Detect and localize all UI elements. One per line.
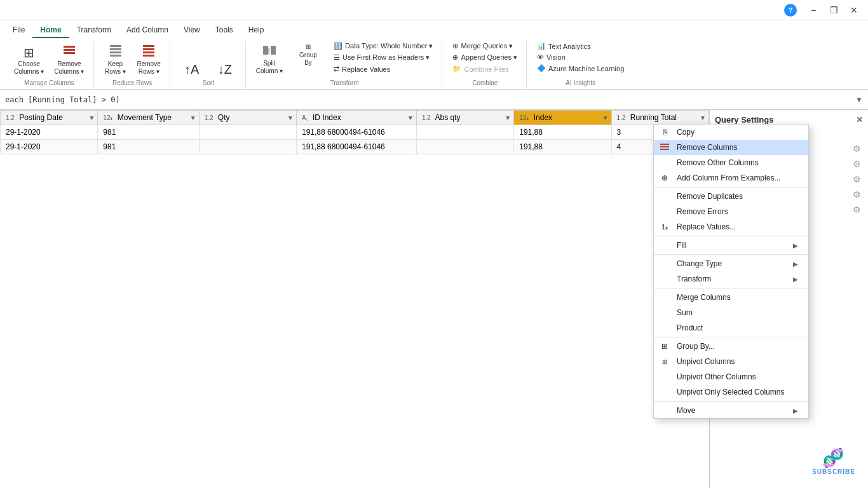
- keep-rows-button[interactable]: KeepRows ▾: [100, 41, 131, 78]
- col-header-posting-date[interactable]: 1.2 Posting Date ▼: [1, 111, 98, 125]
- title-bar: ? − ❐ ✕: [0, 0, 868, 20]
- ai-items: 📊 Text Analytics 👁 Vision 🔷 Azure Machin…: [533, 41, 628, 74]
- svg-rect-15: [660, 146, 669, 147]
- context-menu-fill[interactable]: Fill ▶: [654, 238, 808, 253]
- formula-expand-button[interactable]: ▼: [855, 95, 863, 104]
- context-menu-unpivot-selected[interactable]: Unpivot Only Selected Columns: [654, 384, 808, 400]
- tab-transform[interactable]: Transform: [69, 23, 119, 38]
- replace-values-button[interactable]: ⇄ Replace Values: [330, 64, 437, 74]
- gear-icon-2[interactable]: ⚙: [850, 158, 863, 170]
- choose-columns-button[interactable]: ⊞ ChooseColumns ▾: [10, 44, 48, 78]
- col-filter-qty[interactable]: ▼: [287, 114, 294, 121]
- context-menu-copy[interactable]: ⎘ Copy: [654, 125, 808, 140]
- sort-asc-icon: ↑A: [184, 63, 199, 76]
- context-menu-change-type[interactable]: Change Type ▶: [654, 256, 808, 271]
- ribbon-group-manage-columns-items: ⊞ ChooseColumns ▾ RemoveColumns ▾: [10, 41, 88, 78]
- cell-id-index-1: 191,88 68000494-61046: [296, 125, 416, 140]
- context-menu-add-column-examples[interactable]: ⊕ Add Column From Examples...: [654, 170, 808, 186]
- data-type-button[interactable]: 🔢 Data Type: Whole Number ▾: [330, 41, 437, 51]
- context-menu-replace-values-label: Replace Values...: [677, 222, 736, 231]
- choose-columns-label: ChooseColumns ▾: [14, 60, 44, 76]
- context-menu-sum[interactable]: Sum: [654, 305, 808, 320]
- context-menu-merge-columns[interactable]: Merge Columns: [654, 290, 808, 305]
- tab-view[interactable]: View: [176, 23, 208, 38]
- context-menu-remove-errors[interactable]: Remove Errors: [654, 204, 808, 219]
- remove-columns-button[interactable]: RemoveColumns ▾: [50, 41, 88, 78]
- tab-home[interactable]: Home: [32, 23, 69, 38]
- remove-columns-icon: [62, 43, 76, 59]
- use-first-row-button[interactable]: ☰ Use First Row as Headers ▾: [330, 52, 437, 63]
- col-header-qty[interactable]: 1.2 Qty ▼: [199, 111, 296, 125]
- sort-asc-button[interactable]: ↑A: [177, 60, 207, 78]
- col-header-running-total[interactable]: 1.2 Running Total ▼: [611, 111, 709, 125]
- context-menu-remove-duplicates[interactable]: Remove Duplicates: [654, 189, 808, 204]
- tab-tools[interactable]: Tools: [208, 23, 241, 38]
- svg-rect-9: [143, 51, 154, 53]
- svg-rect-2: [64, 52, 75, 54]
- col-header-movement-type[interactable]: 12₃ Movement Type ▼: [98, 111, 199, 125]
- col-filter-movement-type[interactable]: ▼: [190, 114, 196, 121]
- combine-files-button[interactable]: 📁 Combine Files: [449, 64, 521, 74]
- add-column-icon: ⊕: [659, 172, 670, 184]
- sort-desc-button[interactable]: ↓Z: [210, 60, 240, 78]
- tab-file[interactable]: File: [5, 23, 32, 38]
- tab-help[interactable]: Help: [241, 23, 272, 38]
- col-filter-id-index[interactable]: ▼: [407, 114, 414, 121]
- minimize-button[interactable]: −: [804, 3, 822, 18]
- context-menu-product[interactable]: Product: [654, 320, 808, 336]
- move-submenu-arrow: ▶: [793, 407, 798, 414]
- context-menu-unpivot-columns[interactable]: ⊞ Unpivot Columns: [654, 354, 808, 369]
- gear-icon-3[interactable]: ⚙: [850, 173, 863, 186]
- context-menu-unpivot-other-label: Unpivot Other Columns: [677, 372, 756, 381]
- group-by-button[interactable]: ⊞ GroupBy: [292, 41, 325, 69]
- context-menu-remove-columns[interactable]: Remove Columns: [654, 140, 808, 155]
- subscribe-label: SUBSCRIBE: [812, 468, 855, 475]
- gear-icon-4[interactable]: ⚙: [850, 188, 863, 201]
- gear-icon-1[interactable]: ⚙: [850, 142, 863, 155]
- context-menu-transform[interactable]: Transform ▶: [654, 271, 808, 287]
- text-analytics-button[interactable]: 📊 Text Analytics: [533, 41, 628, 51]
- split-column-icon: |: [262, 43, 276, 58]
- help-button[interactable]: ?: [784, 4, 797, 17]
- context-menu-replace-values[interactable]: 1₂ Replace Values...: [654, 219, 808, 234]
- col-filter-posting-date[interactable]: ▼: [88, 114, 95, 121]
- replace-values-icon: ⇄: [334, 65, 339, 73]
- formula-text: each [Running Total] > 0): [5, 95, 120, 104]
- tab-add-column[interactable]: Add Column: [119, 23, 176, 38]
- context-menu-sep6: [654, 401, 808, 402]
- remove-columns-context-icon: [659, 142, 670, 153]
- svg-text:|: |: [268, 47, 270, 54]
- vision-label: Vision: [546, 53, 566, 61]
- col-filter-abs-qty[interactable]: ▼: [505, 114, 511, 121]
- merge-queries-button[interactable]: ⊕ Merge Queries ▾: [449, 41, 521, 51]
- col-type-movement-type: 12₃: [103, 114, 112, 121]
- use-first-row-label: Use First Row as Headers ▾: [342, 53, 430, 62]
- vision-button[interactable]: 👁 Vision: [533, 52, 628, 62]
- restore-button[interactable]: ❐: [825, 3, 843, 18]
- copy-icon: ⎘: [659, 126, 670, 138]
- col-header-id-index[interactable]: A꜀ ID Index ▼: [296, 111, 416, 125]
- append-queries-button[interactable]: ⊕ Append Queries ▾: [449, 52, 521, 63]
- col-header-index[interactable]: 12₃ Index ▼: [514, 111, 611, 125]
- context-menu-sep5: [654, 337, 808, 337]
- context-menu-remove-other-columns-label: Remove Other Columns: [677, 158, 759, 167]
- col-filter-running-total[interactable]: ▼: [700, 114, 706, 121]
- col-header-abs-qty[interactable]: 1.2 Abs qty ▼: [416, 111, 513, 125]
- close-button[interactable]: ✕: [845, 3, 863, 18]
- context-menu-sep3: [654, 254, 808, 255]
- transform-large2: ⊞ GroupBy: [292, 41, 325, 78]
- transform-items: | SplitColumn ▾ ⊞ GroupBy 🔢 Data Type: W…: [252, 41, 437, 78]
- split-column-button[interactable]: | SplitColumn ▾: [252, 41, 287, 78]
- context-menu-group-by[interactable]: ⊞ Group By...: [654, 339, 808, 354]
- azure-ml-button[interactable]: 🔷 Azure Machine Learning: [533, 63, 628, 74]
- remove-rows-button[interactable]: RemoveRows ▾: [133, 41, 165, 78]
- merge-queries-icon: ⊕: [452, 42, 458, 50]
- query-settings-close-button[interactable]: ✕: [856, 115, 863, 125]
- gear-icon-5[interactable]: ⚙: [850, 203, 863, 216]
- context-menu-move[interactable]: Move ▶: [654, 403, 808, 418]
- col-filter-index[interactable]: ▼: [602, 114, 609, 121]
- context-menu-unpivot-other[interactable]: Unpivot Other Columns: [654, 369, 808, 384]
- context-menu-remove-other-columns[interactable]: Remove Other Columns: [654, 155, 808, 170]
- text-analytics-label: Text Analytics: [548, 43, 591, 50]
- context-menu-move-label: Move: [677, 406, 695, 415]
